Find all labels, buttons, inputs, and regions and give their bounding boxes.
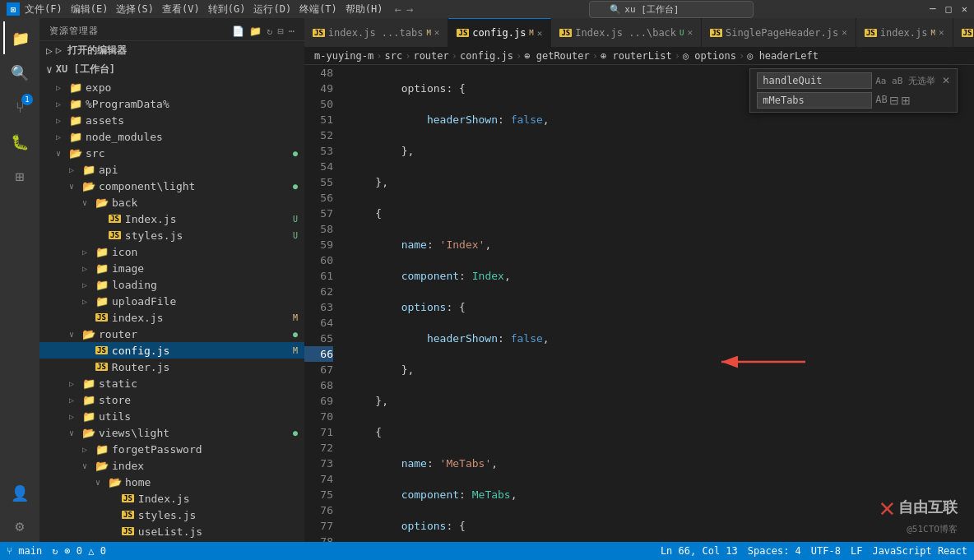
tree-item-home-uselist[interactable]: JS useList.js	[39, 523, 304, 539]
maximize-button[interactable]: □	[946, 3, 952, 15]
tree-item-component-light[interactable]: ∨ 📂 component\light ●	[39, 178, 304, 194]
tree-item-store[interactable]: ▷ 📁 store	[39, 391, 304, 408]
folder-label: %ProgramData%	[86, 98, 169, 110]
find-close-button[interactable]: ✕	[942, 75, 950, 86]
activity-explorer[interactable]: 📁	[3, 21, 36, 54]
title-search-box[interactable]: 🔍 xu [工作台]	[589, 1, 754, 18]
menu-select[interactable]: 选择(S)	[116, 2, 154, 16]
tree-item-expo[interactable]: ▷ 📁 expo	[39, 79, 304, 95]
tab-close-icon[interactable]: ✕	[434, 27, 440, 38]
tree-item-config[interactable]: JS config.js M	[39, 342, 304, 359]
folder-label: component\light	[99, 180, 195, 192]
ellipsis-icon[interactable]: ⋯	[289, 25, 295, 37]
tree-item-api[interactable]: ▷ 📁 api	[39, 161, 304, 178]
tree-item-programdata[interactable]: ▷ 📁 %ProgramData%	[39, 95, 304, 112]
folder-arrow: ▷	[56, 83, 69, 92]
replace-input[interactable]	[757, 92, 872, 109]
folder-icon: 📁	[82, 394, 95, 406]
file-label: index.js	[112, 312, 164, 324]
breadcrumb-config[interactable]: config.js	[460, 50, 513, 62]
tree-item-router[interactable]: ∨ 📂 router ●	[39, 326, 304, 342]
status-eol: LF	[851, 545, 862, 557]
open-editors-section[interactable]: ▷ ▷ 打开的编辑器	[39, 41, 304, 60]
folder-label: uploadFile	[112, 295, 176, 308]
replace-button[interactable]: ⊟	[889, 94, 899, 107]
activity-git[interactable]: ⑂ 1	[3, 90, 36, 123]
tree-item-styles-back[interactable]: JS styles.js U	[39, 227, 304, 243]
close-button[interactable]: ✕	[962, 3, 967, 15]
tab-singlepageheader[interactable]: JS SinglePageHeader.js ✕	[702, 18, 856, 47]
breadcrumb-getrouter[interactable]: ⊕ getRouter	[524, 50, 589, 62]
file-label: config.js	[112, 345, 169, 357]
minimize-button[interactable]: ─	[930, 3, 935, 15]
status-right: Ln 66, Col 13 Spaces: 4 UTF-8 LF JavaScr…	[661, 545, 967, 557]
tree-item-utils[interactable]: ▷ 📁 utils	[39, 408, 304, 424]
tab-index-m[interactable]: JS index.js M ✕	[856, 18, 953, 47]
menu-terminal[interactable]: 终端(T)	[299, 2, 337, 16]
activity-settings[interactable]: ⚙	[3, 509, 36, 542]
new-folder-icon[interactable]: 📁	[249, 25, 262, 37]
folder-arrow: ▷	[56, 100, 69, 109]
breadcrumb-root[interactable]: m-yuying-m	[314, 50, 373, 62]
workspace-section[interactable]: ∨ XU [工作台]	[39, 60, 304, 79]
activity-debug[interactable]: 🐛	[3, 125, 36, 158]
tree-item-index-back[interactable]: JS Index.js U	[39, 211, 304, 227]
menu-run[interactable]: 运行(D)	[253, 2, 291, 16]
tab-styles-back[interactable]: JS styles.js ...\back U ✕	[953, 18, 974, 47]
breadcrumb-router[interactable]: router	[413, 50, 448, 62]
tab-close-icon[interactable]: ✕	[842, 27, 847, 38]
folder-label: forgetPassword	[112, 443, 202, 456]
tree-item-views-light[interactable]: ∨ 📂 views\light ●	[39, 424, 304, 441]
refresh-icon[interactable]: ↻	[267, 25, 272, 37]
folder-label: router	[99, 328, 137, 340]
tab-index-back[interactable]: JS Index.js ...\back U ✕	[551, 18, 702, 47]
activity-search[interactable]: 🔍	[3, 56, 36, 89]
menu-file[interactable]: 文件(F)	[25, 2, 63, 16]
status-sync[interactable]: ↻	[52, 545, 58, 557]
tree-item-src[interactable]: ∨ 📂 src ●	[39, 145, 304, 161]
collapse-icon[interactable]: ⊟	[278, 25, 284, 37]
tree-item-uploadfile[interactable]: ▷ 📁 uploadFile	[39, 293, 304, 309]
tree-item-home[interactable]: ∨ 📂 home	[39, 474, 304, 490]
tab-close-icon[interactable]: ✕	[939, 27, 944, 38]
tree-item-router-js[interactable]: JS Router.js	[39, 359, 304, 375]
breadcrumb-headerleft[interactable]: ◎ headerLeft	[747, 50, 819, 62]
status-branch[interactable]: ⑂ main	[7, 545, 42, 557]
menu-view[interactable]: 查看(V)	[162, 2, 200, 16]
tree-item-back[interactable]: ∨ 📂 back	[39, 194, 304, 211]
breadcrumb-options[interactable]: ◎ options	[683, 50, 736, 62]
tab-label: SinglePageHeader.js	[726, 27, 838, 39]
code-line: name: 'Index',	[350, 237, 974, 252]
activity-extensions[interactable]: ⊞	[3, 160, 36, 192]
tab-config[interactable]: JS config.js M ✕	[448, 18, 551, 47]
tree-item-loading[interactable]: ▷ 📁 loading	[39, 276, 304, 293]
menu-goto[interactable]: 转到(G)	[208, 2, 246, 16]
menu-edit[interactable]: 编辑(E)	[71, 2, 109, 16]
breadcrumb-routerlist[interactable]: ⊕ routerList	[601, 50, 672, 62]
nav-back-button[interactable]: ←	[395, 2, 401, 16]
breadcrumb-sep3: ›	[452, 50, 457, 62]
tree-item-static[interactable]: ▷ 📁 static	[39, 375, 304, 391]
tab-index-tabs[interactable]: JS index.js ...tabs M ✕	[304, 18, 448, 47]
code-content[interactable]: options: { headerShown: false, }, }, { n…	[341, 65, 974, 542]
find-input[interactable]	[757, 72, 872, 89]
breadcrumb-src[interactable]: src	[384, 50, 402, 62]
nav-forward-button[interactable]: →	[406, 2, 413, 16]
menu-help[interactable]: 帮助(H)	[346, 2, 383, 16]
folder-icon: 📁	[95, 262, 109, 275]
tree-item-image[interactable]: ▷ 📁 image	[39, 260, 304, 276]
tree-item-index-component[interactable]: JS index.js M	[39, 309, 304, 326]
tree-item-home-index[interactable]: JS Index.js	[39, 490, 304, 507]
tab-close-icon[interactable]: ✕	[537, 28, 543, 39]
new-file-icon[interactable]: 📄	[232, 25, 244, 37]
tree-item-forgetpassword[interactable]: ▷ 📁 forgetPassword	[39, 441, 304, 457]
tab-close-icon[interactable]: ✕	[688, 27, 693, 38]
activity-account[interactable]: 👤	[3, 476, 36, 509]
tree-item-assets[interactable]: ▷ 📁 assets	[39, 112, 304, 128]
tree-item-node-modules[interactable]: ▷ 📁 node_modules	[39, 128, 304, 145]
file-badge: U	[293, 215, 298, 224]
tree-item-icon[interactable]: ▷ 📁 icon	[39, 243, 304, 260]
replace-all-button[interactable]: ⊞	[901, 94, 911, 107]
tree-item-home-styles[interactable]: JS styles.js	[39, 507, 304, 523]
tree-item-index-views[interactable]: ∨ 📂 index	[39, 457, 304, 474]
